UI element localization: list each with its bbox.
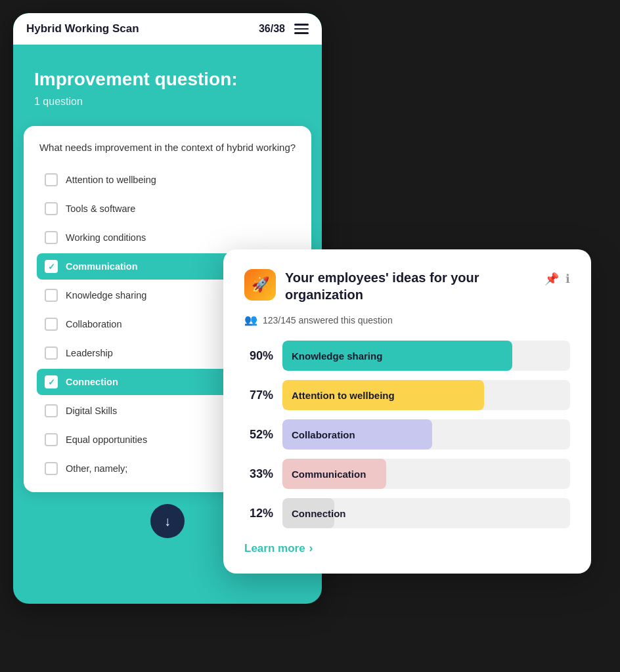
hamburger-line-2 xyxy=(294,28,309,30)
bar-percent-3: 52% xyxy=(244,428,273,442)
bar-row-3: 52% Collaboration xyxy=(244,419,570,450)
bar-container-3: Collaboration xyxy=(282,419,570,450)
bar-label-3: Collaboration xyxy=(292,429,355,440)
bar-fill-3: Collaboration xyxy=(282,419,432,450)
item-label-collaboration: Collaboration xyxy=(66,319,122,329)
info-icon[interactable]: ℹ xyxy=(565,272,570,286)
list-item[interactable]: Tools & software xyxy=(37,196,298,222)
results-header-left: 🚀 Your employees' ideas for your organiz… xyxy=(244,269,544,303)
checkbox-digital[interactable] xyxy=(45,404,58,417)
bar-percent-5: 12% xyxy=(244,507,273,520)
bar-label-2: Attention to wellbeing xyxy=(292,390,395,401)
checkbox-communication[interactable]: ✓ xyxy=(45,260,58,273)
checkbox-equal[interactable] xyxy=(45,433,58,446)
hamburger-line-3 xyxy=(294,32,309,34)
item-label-attention: Attention to wellbeing xyxy=(66,175,156,185)
bar-fill-1: Knowledge sharing xyxy=(282,341,512,371)
item-label-knowledge: Knowledge sharing xyxy=(66,290,146,301)
checkbox-knowledge[interactable] xyxy=(45,289,58,302)
item-label-connection: Connection xyxy=(66,377,118,387)
bar-container-5: Connection xyxy=(282,498,570,528)
bar-percent-1: 90% xyxy=(244,349,273,363)
phone-header: Hybrid Working Scan 36/38 xyxy=(13,13,322,45)
checkbox-collaboration[interactable] xyxy=(45,318,58,331)
results-header: 🚀 Your employees' ideas for your organiz… xyxy=(244,269,570,303)
teal-section: Improvement question: 1 question xyxy=(13,45,322,126)
answered-text: 123/145 answered this question xyxy=(263,315,393,326)
checkbox-working[interactable] xyxy=(45,231,58,244)
checkbox-other[interactable] xyxy=(45,462,58,475)
hamburger-line-1 xyxy=(294,24,309,26)
bar-container-1: Knowledge sharing xyxy=(282,341,570,371)
header-right: 36/38 xyxy=(259,23,309,35)
bar-row-5: 12% Connection xyxy=(244,498,570,528)
app-title: Hybrid Working Scan xyxy=(26,22,139,35)
bar-percent-4: 33% xyxy=(244,467,273,481)
section-title: Improvement question: xyxy=(34,68,301,91)
bar-row-2: 77% Attention to wellbeing xyxy=(244,380,570,410)
checkmark-icon: ✓ xyxy=(48,262,55,272)
item-label-working: Working conditions xyxy=(66,232,146,243)
item-label-digital: Digital Skills xyxy=(66,406,117,416)
people-icon: 👥 xyxy=(244,314,257,326)
bar-label-1: Knowledge sharing xyxy=(292,350,382,362)
list-item[interactable]: Attention to wellbeing xyxy=(37,167,298,193)
bar-row-1: 90% Knowledge sharing xyxy=(244,341,570,371)
learn-more-row: Learn more › xyxy=(244,541,570,555)
bar-container-4: Communication xyxy=(282,459,570,489)
bar-fill-2: Attention to wellbeing xyxy=(282,380,484,410)
item-label-other: Other, namely; xyxy=(66,463,127,474)
scroll-down-button[interactable]: ↓ xyxy=(150,504,185,538)
checkbox-connection[interactable]: ✓ xyxy=(45,375,58,388)
item-label-tools: Tools & software xyxy=(66,203,135,214)
bar-percent-2: 77% xyxy=(244,388,273,402)
bar-label-5: Connection xyxy=(292,508,346,519)
item-label-leadership: Leadership xyxy=(66,348,113,358)
checkbox-leadership[interactable] xyxy=(45,346,58,360)
bar-container-2: Attention to wellbeing xyxy=(282,380,570,410)
down-arrow-icon: ↓ xyxy=(164,514,171,529)
checkbox-attention[interactable] xyxy=(45,173,58,186)
results-title: Your employees' ideas for your organizat… xyxy=(285,269,544,303)
learn-more-link[interactable]: Learn more xyxy=(244,542,305,555)
menu-button[interactable] xyxy=(294,24,309,34)
question-text: What needs improvement in the context of… xyxy=(37,140,298,156)
pin-icon[interactable]: 📌 xyxy=(544,272,559,286)
bar-label-4: Communication xyxy=(292,469,366,480)
section-subtitle: 1 question xyxy=(34,96,301,108)
item-label-communication: Communication xyxy=(66,261,138,272)
progress-indicator: 36/38 xyxy=(259,23,285,35)
rocket-icon: 🚀 xyxy=(244,269,276,301)
checkmark-icon: ✓ xyxy=(48,377,55,387)
checkbox-tools[interactable] xyxy=(45,202,58,215)
list-item[interactable]: Working conditions xyxy=(37,224,298,251)
answered-row: 👥 123/145 answered this question xyxy=(244,314,570,326)
bar-row-4: 33% Communication xyxy=(244,459,570,489)
chevron-right-icon: › xyxy=(309,541,313,555)
item-label-equal: Equal opportunities xyxy=(66,434,147,445)
results-header-icons: 📌 ℹ xyxy=(544,269,570,286)
bar-fill-5: Connection xyxy=(282,498,334,528)
results-card: 🚀 Your employees' ideas for your organiz… xyxy=(223,249,591,574)
bar-fill-4: Communication xyxy=(282,459,386,489)
